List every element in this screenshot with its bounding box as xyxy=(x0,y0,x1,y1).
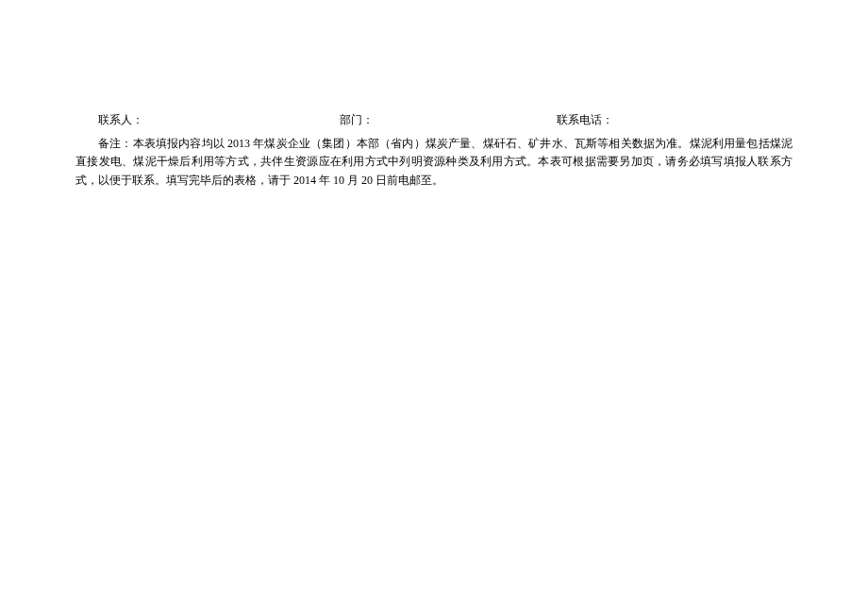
contact-person-label: 联系人： xyxy=(98,111,340,129)
contact-phone-label: 联系电话： xyxy=(557,111,793,129)
note-text: 备注：本表填报内容均以 2013 年煤炭企业（集团）本部（省内）煤炭产量、煤矸石… xyxy=(75,135,793,190)
contact-row: 联系人： 部门： 联系电话： xyxy=(75,111,793,129)
contact-department-label: 部门： xyxy=(340,111,557,129)
